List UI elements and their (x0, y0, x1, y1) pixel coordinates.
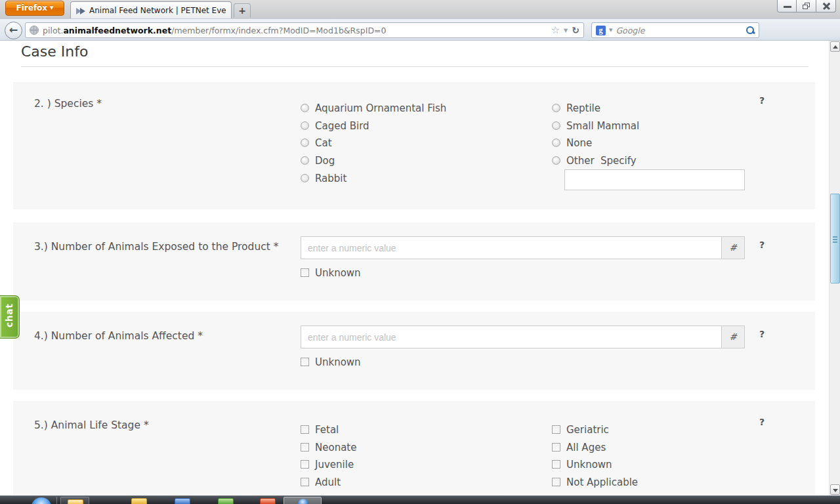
checkbox-geriatric[interactable] (552, 425, 560, 434)
url-bar[interactable]: pilot.animalfeednetwork.net/member/formx… (25, 22, 584, 38)
checkbox-label: Fetal (315, 424, 339, 436)
checkbox-juvenile[interactable] (301, 460, 309, 469)
radio-label: Small Mammal (566, 120, 639, 132)
scrollbar-thumb[interactable] (830, 194, 840, 284)
radio-label: Other (566, 155, 595, 167)
radio-rabbit[interactable] (301, 174, 309, 182)
checkbox-label: Geriatric (566, 424, 609, 436)
radio-label: None (566, 137, 592, 149)
checkbox-unknown[interactable] (552, 460, 560, 469)
radio-reptile[interactable] (552, 104, 560, 112)
radio-caged-bird[interactable] (301, 121, 309, 130)
windows-taskbar (0, 495, 840, 504)
help-icon[interactable]: ? (759, 240, 765, 250)
search-icon[interactable] (746, 26, 755, 35)
checkbox-label: Unknown (315, 356, 361, 368)
question-panel-affected: 4.) Number of Animals Affected * ? # Unk… (13, 312, 815, 390)
radio-label: Dog (315, 155, 335, 167)
question-label: 2. ) Species * (34, 98, 102, 110)
taskbar-icon-red[interactable] (260, 498, 276, 504)
url-path: /member/formx/index.cfm?ModID=Mod1b&RspI… (171, 26, 386, 35)
question-label: 4.) Number of Animals Affected * (34, 330, 203, 342)
radio-label: Caged Bird (315, 120, 369, 132)
question-label: 5.) Animal Life Stage * (34, 419, 149, 431)
new-tab-button[interactable]: + (234, 3, 251, 18)
checkbox-label: Unknown (566, 459, 612, 471)
engine-dropdown-icon[interactable]: ▼ (609, 28, 612, 33)
help-icon[interactable]: ? (759, 329, 765, 339)
page-content: Case Info 2. ) Species * ? Aquarium Orna… (0, 41, 829, 495)
explorer-icon (68, 499, 83, 504)
page-title: Case Info (21, 43, 88, 60)
vertical-scrollbar[interactable] (829, 41, 840, 495)
other-specify-input[interactable] (564, 169, 745, 190)
restore-button[interactable] (797, 0, 816, 12)
numeric-addon-button[interactable]: # (722, 326, 745, 348)
back-button[interactable]: ← (5, 22, 22, 39)
taskbar-divider (56, 497, 57, 504)
browser-tab[interactable]: Animal Feed Network | PETNet Event Tra..… (70, 1, 232, 18)
globe-icon (30, 26, 39, 35)
specify-label: Specify (600, 155, 637, 167)
bookmark-star-icon[interactable]: ☆ (551, 24, 560, 36)
scroll-down-button[interactable] (830, 484, 840, 495)
chat-tab-button[interactable]: chat (0, 295, 20, 339)
checkbox-label: Adult (315, 476, 341, 488)
help-icon[interactable]: ? (759, 95, 765, 106)
radio-label: Aquarium Ornamental Fish (315, 102, 446, 114)
question-panel-life-stage: 5.) Animal Life Stage * ? Fetal Neonate … (13, 401, 815, 495)
firefox-menu-label: Firefox (16, 3, 48, 12)
taskbar-icon-blue[interactable] (175, 498, 190, 504)
taskbar-icon-green[interactable] (218, 498, 234, 504)
firefox-taskbar-icon (298, 499, 308, 504)
scroll-up-button[interactable] (830, 41, 840, 52)
radio-small-mammal[interactable] (552, 121, 560, 130)
navigation-toolbar: ← pilot.animalfeednetwork.net/member/for… (0, 18, 840, 41)
taskbar-button-explorer[interactable] (60, 497, 89, 504)
checkbox-fetal[interactable] (301, 425, 309, 434)
unknown-checkbox[interactable] (301, 358, 309, 366)
num-affected-input[interactable] (301, 326, 722, 348)
radio-other[interactable] (552, 156, 560, 165)
radio-label: Cat (315, 137, 332, 149)
search-placeholder: Google (616, 26, 743, 35)
window-titlebar: Firefox▼ Animal Feed Network | PETNet Ev… (0, 0, 840, 18)
firefox-menu-button[interactable]: Firefox▼ (5, 1, 64, 16)
site-favicon-icon (76, 6, 85, 15)
checkbox-label: Juvenile (315, 459, 354, 471)
google-engine-icon: g (596, 26, 606, 35)
reload-icon[interactable]: ↻ (572, 25, 579, 35)
url-text: pilot.animalfeednetwork.net/member/formx… (43, 26, 547, 35)
checkbox-label: Unknown (315, 267, 361, 279)
numeric-addon-button[interactable]: # (722, 236, 745, 259)
tab-title: Animal Feed Network | PETNet Event Tra..… (89, 6, 226, 15)
checkbox-label: Not Applicable (566, 476, 638, 488)
checkbox-all-ages[interactable] (552, 443, 560, 452)
taskbar-icon-yellow[interactable] (131, 498, 147, 504)
url-prefix: pilot. (43, 26, 63, 35)
radio-dog[interactable] (301, 156, 309, 165)
radio-label: Reptile (566, 102, 600, 114)
start-orb-icon[interactable] (32, 497, 51, 504)
minimize-button[interactable] (777, 0, 797, 12)
checkbox-not-applicable[interactable] (552, 478, 560, 486)
checkbox-neonate[interactable] (301, 443, 309, 452)
radio-none[interactable] (552, 138, 560, 147)
taskbar-button-firefox[interactable] (284, 497, 322, 504)
urlbar-dropdown-icon[interactable]: ▼ (564, 28, 568, 33)
question-panel-species: 2. ) Species * ? Aquarium Ornamental Fis… (13, 82, 815, 209)
title-divider (21, 66, 808, 67)
search-box[interactable]: g ▼ Google (591, 22, 759, 38)
chevron-down-icon: ▼ (50, 5, 53, 10)
checkbox-label: All Ages (566, 442, 606, 453)
close-button[interactable] (816, 0, 836, 12)
window-controls (777, 0, 836, 12)
checkbox-adult[interactable] (301, 478, 309, 486)
radio-aquarium-ornamental-fish[interactable] (301, 104, 309, 112)
num-exposed-input[interactable] (301, 236, 722, 259)
radio-cat[interactable] (301, 138, 309, 147)
url-domain: animalfeednetwork.net (63, 26, 171, 35)
help-icon[interactable]: ? (759, 417, 765, 427)
radio-label: Rabbit (315, 173, 346, 184)
unknown-checkbox[interactable] (301, 268, 309, 277)
